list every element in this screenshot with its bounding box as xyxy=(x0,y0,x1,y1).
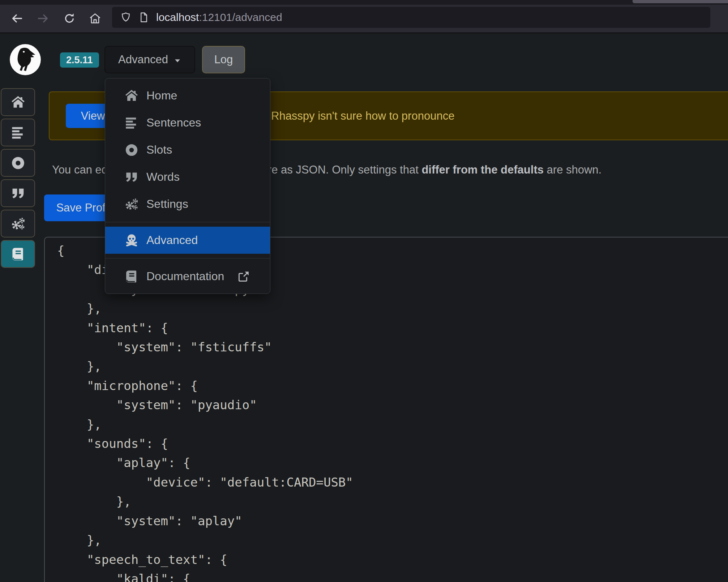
shield-icon[interactable] xyxy=(120,12,132,23)
home-icon xyxy=(10,94,26,110)
code-line: }, xyxy=(57,299,728,318)
menu-item-settings[interactable]: Settings xyxy=(105,191,270,218)
code-line: "speech_to_text": { xyxy=(57,550,728,569)
menu-item-slots[interactable]: Slots xyxy=(105,136,270,163)
sidebar-item-home[interactable] xyxy=(1,88,35,116)
code-line: "microphone": { xyxy=(57,376,728,395)
menu-item-words[interactable]: Words xyxy=(105,163,270,191)
page-info-icon[interactable] xyxy=(138,12,150,23)
sidebar-item-sentences[interactable] xyxy=(1,119,35,146)
book-icon xyxy=(10,246,26,262)
url-host: localhost xyxy=(156,11,199,23)
menu-item-sentences[interactable]: Sentences xyxy=(105,109,270,136)
menu-divider xyxy=(105,258,270,258)
browser-tab-strip xyxy=(0,0,728,5)
menu-item-documentation[interactable]: Documentation xyxy=(105,263,270,290)
code-line: "aplay": { xyxy=(57,453,728,472)
sidebar-item-slots[interactable] xyxy=(1,149,35,177)
sidebar-item-settings[interactable] xyxy=(1,210,35,237)
page-nav-dropdown-menu: Home Sentences Slots Words Settings Adva… xyxy=(105,78,270,294)
sentences-icon xyxy=(124,115,139,130)
external-link-icon xyxy=(237,270,250,283)
url-path: :12101/advanced xyxy=(199,11,282,23)
browser-forward-button[interactable] xyxy=(37,12,50,25)
skull-icon xyxy=(124,233,139,248)
menu-item-home[interactable]: Home xyxy=(105,82,270,109)
page-nav-dropdown-toggle[interactable]: Advanced xyxy=(104,46,195,73)
intro-text-bold: differ from the defaults xyxy=(421,163,544,176)
slots-icon xyxy=(10,155,26,171)
browser-reload-button[interactable] xyxy=(63,12,76,25)
code-line: "system": "pyaudio" xyxy=(57,395,728,415)
chevron-down-icon xyxy=(174,57,181,65)
browser-toolbar: localhost:12101/advanced xyxy=(0,0,728,33)
code-line: "system": "fsticuffs" xyxy=(57,338,728,357)
code-line: }, xyxy=(57,531,728,550)
code-line: "system": "aplay" xyxy=(57,512,728,531)
code-line: }, xyxy=(57,492,728,511)
rhasspy-logo[interactable] xyxy=(9,43,42,76)
sidebar-item-advanced[interactable] xyxy=(1,240,35,268)
browser-home-button[interactable] xyxy=(89,12,102,25)
settings-icon xyxy=(124,197,139,212)
menu-divider xyxy=(105,222,270,222)
version-badge: 2.5.11 xyxy=(60,52,99,68)
code-line: "kaldi": { xyxy=(57,569,728,582)
code-line: "device": "default:CARD=USB" xyxy=(57,473,728,492)
words-icon xyxy=(10,185,26,201)
url-bar[interactable]: localhost:12101/advanced xyxy=(112,7,710,28)
code-line: }, xyxy=(57,415,728,434)
settings-icon xyxy=(10,216,26,232)
menu-item-label: Sentences xyxy=(146,116,201,129)
code-line: "intent": { xyxy=(57,318,728,338)
log-button[interactable]: Log xyxy=(202,46,245,73)
browser-back-button[interactable] xyxy=(10,12,23,25)
sidebar-item-words[interactable] xyxy=(1,179,35,207)
url-text: localhost:12101/advanced xyxy=(156,11,282,23)
warning-message: Rhasspy isn't sure how to pronounce xyxy=(271,110,454,123)
home-icon xyxy=(124,88,139,103)
words-icon xyxy=(124,170,139,185)
book-icon xyxy=(124,269,139,284)
browser-tab-edge xyxy=(633,0,728,3)
intro-text-after: are shown. xyxy=(544,163,601,176)
menu-item-label: Documentation xyxy=(146,270,224,283)
menu-item-label: Words xyxy=(146,170,180,184)
code-line: "sounds": { xyxy=(57,434,728,453)
slots-icon xyxy=(124,142,139,158)
sentences-icon xyxy=(10,125,26,141)
menu-item-label: Home xyxy=(146,89,177,102)
menu-item-label: Settings xyxy=(146,197,188,211)
page-nav-dropdown-label: Advanced xyxy=(118,53,168,66)
menu-item-label: Advanced xyxy=(146,234,198,247)
code-line: }, xyxy=(57,357,728,376)
menu-item-label: Slots xyxy=(146,143,172,157)
menu-item-advanced[interactable]: Advanced xyxy=(105,227,270,254)
